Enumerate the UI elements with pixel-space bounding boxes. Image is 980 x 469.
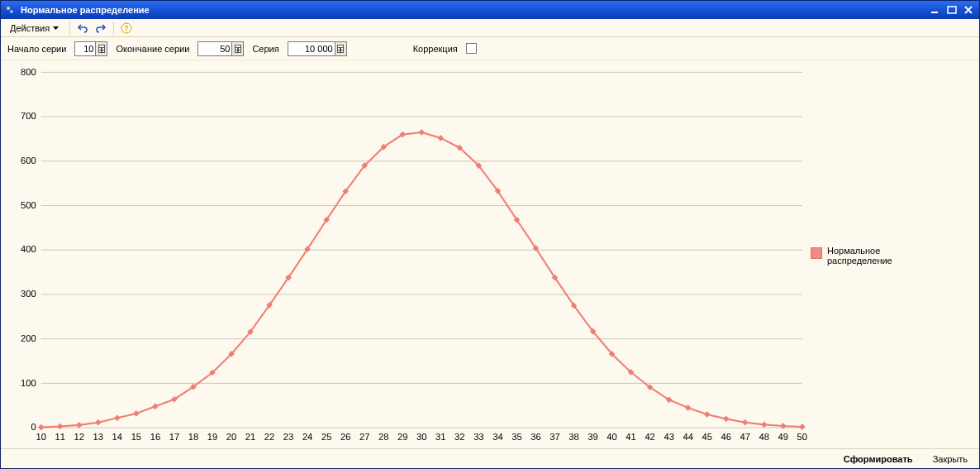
toolbar: Действия ? [1, 19, 979, 37]
svg-text:21: 21 [245, 432, 255, 442]
toolbar-separator [113, 22, 114, 35]
params-bar: Начало серии Окончание серии Серия Корре… [1, 37, 979, 60]
svg-text:20: 20 [226, 432, 236, 442]
actions-menu-label: Действия [10, 23, 50, 33]
svg-rect-22 [338, 50, 340, 52]
svg-text:25: 25 [321, 432, 331, 442]
svg-text:45: 45 [702, 432, 711, 442]
app-icon [4, 4, 16, 16]
svg-text:42: 42 [645, 432, 654, 442]
svg-text:40: 40 [607, 432, 616, 442]
svg-rect-15 [239, 48, 240, 50]
undo-button[interactable] [75, 21, 90, 36]
svg-text:100: 100 [21, 377, 36, 387]
help-button[interactable]: ? [119, 21, 134, 36]
svg-rect-2 [931, 12, 938, 13]
svg-text:34: 34 [492, 432, 502, 442]
svg-text:30: 30 [416, 432, 426, 442]
svg-text:28: 28 [378, 432, 388, 442]
svg-text:800: 800 [21, 66, 36, 76]
svg-rect-13 [235, 45, 240, 47]
legend-series-label: Нормальное распределение [827, 246, 892, 266]
svg-point-1 [10, 10, 13, 13]
start-series-label: Начало серии [7, 44, 66, 54]
calc-icon[interactable] [231, 42, 243, 55]
minimize-button[interactable] [928, 3, 943, 17]
svg-text:39: 39 [588, 432, 597, 442]
svg-text:38: 38 [568, 432, 578, 442]
svg-text:700: 700 [21, 111, 36, 121]
svg-text:32: 32 [454, 432, 464, 442]
end-series-field[interactable] [197, 41, 244, 56]
svg-text:44: 44 [683, 432, 692, 442]
svg-text:23: 23 [283, 432, 293, 442]
window-title: Нормальное распределение [21, 5, 926, 15]
footer-bar: Сформировать Закрыть [1, 448, 979, 468]
svg-rect-9 [102, 48, 104, 50]
help-icon: ? [121, 22, 132, 34]
correction-checkbox[interactable] [466, 43, 477, 54]
window: Нормальное распределение Действия [0, 0, 980, 469]
calc-icon[interactable] [335, 42, 346, 55]
plot-wrap: 0100200300400500600700800101112131415161… [4, 64, 811, 447]
svg-rect-23 [341, 50, 343, 52]
svg-rect-19 [338, 45, 343, 47]
redo-icon [95, 22, 107, 34]
legend-swatch [811, 247, 822, 259]
svg-text:15: 15 [131, 432, 141, 442]
svg-text:24: 24 [302, 432, 312, 442]
close-footer-button[interactable]: Закрыть [926, 452, 974, 466]
svg-rect-7 [99, 45, 104, 47]
series-input[interactable] [288, 42, 335, 55]
svg-text:26: 26 [340, 432, 350, 442]
svg-text:43: 43 [664, 432, 673, 442]
svg-text:31: 31 [435, 432, 445, 442]
svg-text:12: 12 [74, 432, 84, 442]
actions-menu-button[interactable]: Действия [4, 22, 64, 35]
svg-rect-8 [99, 48, 101, 50]
end-series-label: Окончание серии [116, 44, 189, 54]
end-series-input[interactable] [198, 42, 231, 55]
toolbar-separator [69, 22, 70, 35]
undo-icon [77, 22, 88, 34]
svg-text:22: 22 [264, 432, 274, 442]
svg-rect-16 [235, 50, 237, 52]
svg-text:37: 37 [549, 432, 559, 442]
svg-text:35: 35 [511, 432, 521, 442]
series-field[interactable] [288, 41, 347, 56]
svg-text:17: 17 [169, 432, 179, 442]
chart-plot: 0100200300400500600700800101112131415161… [4, 64, 811, 447]
svg-text:46: 46 [721, 432, 731, 442]
calc-icon[interactable] [95, 42, 107, 55]
svg-text:29: 29 [397, 432, 407, 442]
svg-text:600: 600 [21, 156, 36, 165]
svg-text:10: 10 [36, 432, 46, 442]
svg-text:300: 300 [21, 289, 36, 299]
chevron-down-icon [53, 26, 59, 30]
start-series-field[interactable] [74, 41, 107, 56]
form-button[interactable]: Сформировать [837, 452, 920, 466]
series-label: Серия [252, 44, 278, 54]
svg-text:27: 27 [359, 432, 369, 442]
svg-text:?: ? [124, 24, 129, 32]
chart-legend: Нормальное распределение [811, 64, 976, 447]
chart-area: 0100200300400500600700800101112131415161… [4, 64, 976, 447]
close-button[interactable] [961, 3, 976, 17]
svg-text:33: 33 [473, 432, 483, 442]
svg-text:49: 49 [778, 432, 788, 442]
titlebar: Нормальное распределение [1, 1, 979, 19]
svg-text:16: 16 [150, 432, 160, 442]
svg-text:400: 400 [21, 244, 36, 254]
svg-text:19: 19 [207, 432, 217, 442]
maximize-button[interactable] [944, 3, 959, 17]
svg-text:48: 48 [759, 432, 769, 442]
svg-point-0 [7, 7, 10, 10]
start-series-input[interactable] [75, 42, 95, 55]
svg-text:500: 500 [21, 200, 36, 210]
redo-button[interactable] [93, 21, 108, 36]
svg-text:41: 41 [626, 432, 635, 442]
svg-text:13: 13 [93, 432, 103, 442]
correction-label: Коррекция [413, 44, 458, 54]
content-area: 0100200300400500600700800101112131415161… [1, 60, 979, 448]
svg-text:11: 11 [55, 432, 65, 442]
